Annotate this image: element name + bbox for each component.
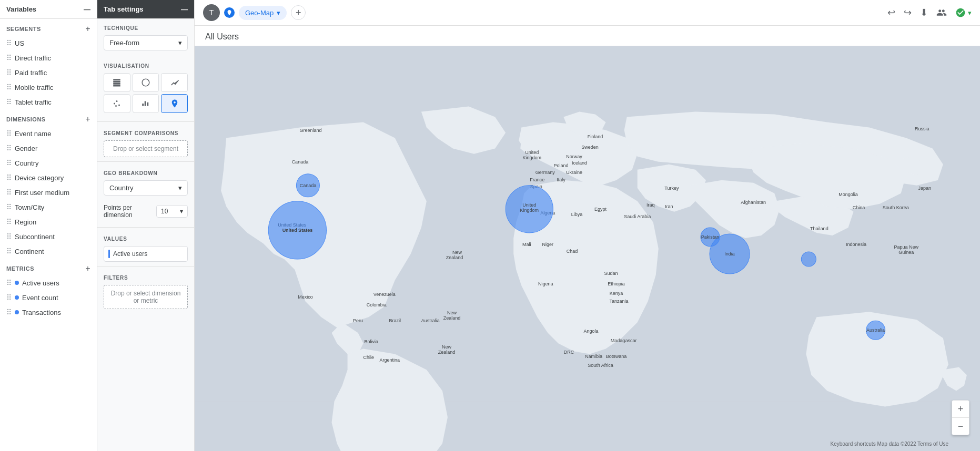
visualization-grid [97, 71, 194, 119]
tab-name: Geo-Map [245, 9, 274, 17]
geo-tab-icon [224, 7, 235, 18]
segments-section-header: SEGMENTS + [0, 19, 97, 36]
svg-point-0 [114, 103, 115, 105]
download-button[interactable]: ⬇ [920, 7, 928, 18]
chevron-down-icon: ▾ [180, 208, 183, 215]
metrics-label: METRICS [6, 265, 34, 272]
drag-icon: ⠿ [6, 308, 12, 316]
report-title: All Users [195, 26, 980, 46]
drag-icon: ⠿ [6, 279, 12, 287]
map-container[interactable]: Iceland Finland Sweden Norway United Kin… [195, 46, 980, 451]
filters-drop-label: Drop or select dimension or metric [111, 290, 181, 304]
zoom-out-button[interactable]: − [952, 418, 969, 435]
filters-drop-zone[interactable]: Drop or select dimension or metric [104, 285, 188, 309]
metric-item-active-users[interactable]: ⠿ Active users [0, 275, 97, 290]
dimension-item-gender[interactable]: ⠿ Gender [0, 141, 97, 156]
settings-panel: Tab settings — TECHNIQUE Free-form ▾ VIS… [97, 0, 195, 451]
dimension-item-device-category[interactable]: ⠿ Device category [0, 170, 97, 185]
dimension-item-region[interactable]: ⠿ Region [0, 214, 97, 229]
technique-select[interactable]: Free-form ▾ [104, 35, 188, 50]
svg-point-3 [115, 105, 117, 107]
dimension-item-town-city[interactable]: ⠿ Town/City [0, 200, 97, 214]
segment-item-mobile[interactable]: ⠿ Mobile traffic [0, 80, 97, 95]
filters-section-label: FILTERS [97, 269, 194, 283]
drag-icon: ⠿ [6, 98, 12, 106]
redo-button[interactable]: ↪ [904, 7, 912, 18]
settings-minimize-icon[interactable]: — [181, 5, 188, 13]
segment-item-us[interactable]: ⠿ US [0, 36, 97, 50]
points-row: Points per dimension 10 ▾ [97, 202, 194, 225]
add-metric-button[interactable]: + [85, 264, 90, 273]
divider [97, 121, 194, 122]
zoom-in-button[interactable]: + [952, 401, 969, 417]
drag-icon: ⠿ [6, 144, 12, 152]
save-button[interactable]: ▾ [955, 7, 972, 18]
undo-button[interactable]: ↩ [887, 7, 895, 18]
viz-table-button[interactable] [104, 73, 130, 92]
segment-direct-label: Direct traffic [15, 54, 51, 62]
geo-map-tab[interactable]: Geo-Map ▾ [239, 6, 287, 20]
visualization-section-label: VISUALISATION [97, 57, 194, 71]
top-bar-right: ↩ ↪ ⬇ ▾ [887, 7, 972, 18]
share-button[interactable] [936, 7, 947, 18]
chevron-down-icon: ▾ [178, 184, 182, 192]
metric-dot [15, 310, 19, 314]
add-dimension-button[interactable]: + [85, 115, 90, 124]
segment-drop-label: Drop or select segment [113, 145, 178, 152]
settings-title: Tab settings [104, 5, 144, 13]
world-map: Iceland Finland Sweden Norway United Kin… [195, 46, 980, 451]
main-content: T Geo-Map ▾ + ↩ ↪ ⬇ ▾ All Users [195, 0, 980, 451]
drag-icon: ⠿ [6, 203, 12, 211]
dimension-device-label: Device category [15, 174, 64, 182]
dimension-town-label: Town/City [15, 203, 44, 211]
metric-item-event-count[interactable]: ⠿ Event count [0, 290, 97, 305]
viz-line-button[interactable] [161, 73, 188, 92]
points-select[interactable]: 10 ▾ [156, 205, 188, 218]
points-value: 10 [161, 208, 168, 215]
dimension-item-first-user-medium[interactable]: ⠿ First user medium [0, 185, 97, 200]
bubble-sea [801, 252, 816, 266]
drag-icon: ⠿ [6, 188, 12, 197]
geo-breakdown-label: GEO BREAKDOWN [97, 164, 194, 178]
dimension-event-name-label: Event name [15, 130, 51, 138]
segment-mobile-label: Mobile traffic [15, 84, 53, 91]
zoom-controls: + − [952, 400, 969, 435]
bubble-canada [296, 174, 319, 197]
viz-donut-button[interactable] [133, 73, 159, 92]
divider [97, 161, 194, 162]
variables-minimize-icon[interactable]: — [84, 5, 90, 13]
add-segment-button[interactable]: + [85, 24, 90, 34]
plus-icon: + [296, 7, 301, 18]
segment-item-direct[interactable]: ⠿ Direct traffic [0, 50, 97, 65]
dimension-item-subcontinent[interactable]: ⠿ Subcontinent [0, 229, 97, 244]
segment-item-paid[interactable]: ⠿ Paid traffic [0, 65, 97, 80]
geo-breakdown-select[interactable]: Country ▾ [104, 180, 188, 196]
variables-title: Variables [6, 5, 36, 13]
values-bar [108, 250, 110, 258]
segment-paid-label: Paid traffic [15, 69, 47, 77]
segment-drop-zone[interactable]: Drop or select segment [104, 140, 188, 157]
segment-item-tablet[interactable]: ⠿ Tablet traffic [0, 95, 97, 109]
dimension-item-continent[interactable]: ⠿ Continent [0, 244, 97, 259]
technique-value: Free-form [109, 39, 139, 47]
dimension-item-country[interactable]: ⠿ Country [0, 156, 97, 170]
metric-dot [15, 295, 19, 300]
drag-icon: ⠿ [6, 83, 12, 91]
add-tab-button[interactable]: + [291, 5, 306, 20]
viz-bar-button[interactable] [133, 94, 159, 113]
viz-geo-button[interactable] [161, 94, 188, 113]
drag-icon: ⠿ [6, 39, 12, 47]
dimensions-section-header: DIMENSIONS + [0, 109, 97, 126]
dimension-continent-label: Continent [15, 248, 44, 255]
segment-us-label: US [15, 39, 24, 47]
segment-tablet-label: Tablet traffic [15, 98, 52, 106]
viz-scatter-button[interactable] [104, 94, 130, 113]
dimension-item-event-name[interactable]: ⠿ Event name [0, 126, 97, 141]
dimension-region-label: Region [15, 218, 36, 226]
user-avatar[interactable]: T [203, 4, 220, 21]
variables-panel: Variables — SEGMENTS + ⠿ US ⠿ Direct tra… [0, 0, 97, 451]
points-label: Points per dimension [104, 204, 152, 219]
drag-icon: ⠿ [6, 232, 12, 241]
svg-point-1 [116, 100, 118, 102]
metric-item-transactions[interactable]: ⠿ Transactions [0, 305, 97, 320]
